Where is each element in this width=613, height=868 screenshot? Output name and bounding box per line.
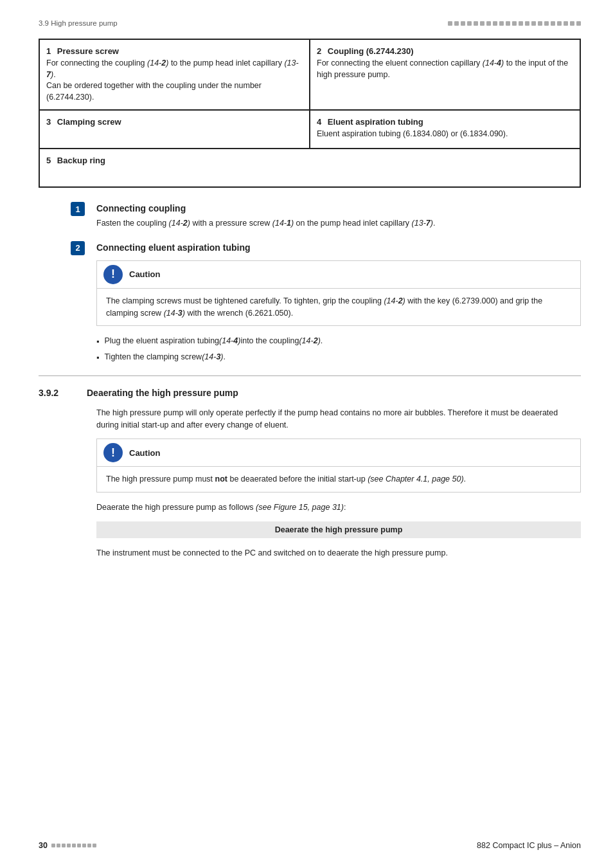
component-desc-1: For connecting the coupling (14-2) to th… [46, 58, 300, 103]
header-dot [544, 21, 549, 26]
subsection-392-title: Deaerating the high pressure pump [87, 388, 238, 398]
header-dot [474, 21, 478, 26]
header-dot [551, 21, 555, 26]
header-dot [525, 21, 529, 26]
header-dot [461, 21, 465, 26]
caution-body-2: The high pressure pump must not be deaer… [97, 467, 580, 492]
caution-title-1: Caution [129, 269, 160, 279]
component-cell-5: 5 Backup ring [39, 149, 580, 187]
component-title-3: Clamping screw [57, 117, 121, 127]
footer-dot [77, 844, 81, 847]
deaerate-body: The instrument must be connected to the … [96, 547, 581, 559]
footer-dot [93, 844, 96, 847]
header-dot [499, 21, 504, 26]
page-number: 30 [39, 841, 48, 850]
header-dot [570, 21, 574, 26]
footer-left: 30 [39, 841, 96, 850]
subsection-392-number: 3.9.2 [39, 388, 74, 398]
footer-dot [67, 844, 71, 847]
section-1-title: Connecting coupling [96, 202, 581, 213]
header-dot [467, 21, 472, 26]
section-1-body: Fasten the coupling (14-2) with a pressu… [96, 217, 581, 230]
caution-icon-2: ! [103, 443, 123, 462]
component-number-5: 5 [46, 156, 51, 165]
component-number-4: 4 [317, 117, 321, 127]
component-table: 1 Pressure screw For connecting the coup… [39, 39, 581, 188]
subsection-392-heading: 3.9.2 Deaerating the high pressure pump [39, 388, 581, 398]
header-dots [448, 21, 581, 26]
header-dot [538, 21, 542, 26]
footer-dot [57, 844, 60, 847]
page-footer: 30 882 Compact IC plus – Anion [39, 841, 581, 850]
component-title-4: Eluent aspiration tubing [328, 117, 423, 127]
header-dot [557, 21, 562, 26]
component-cell-1: 1 Pressure screw For connecting the coup… [39, 39, 310, 110]
caution-body-1: The clamping screws must be tightened ca… [97, 289, 580, 326]
header-dot [448, 21, 452, 26]
component-title-2: Coupling (6.2744.230) [328, 46, 414, 56]
header-dot [506, 21, 510, 26]
subsection-392-intro: The high pressure pump will only operate… [96, 407, 581, 431]
footer-dot [62, 844, 66, 847]
component-number-2: 2 [317, 46, 321, 56]
section-divider [39, 375, 581, 376]
header-dot [519, 21, 523, 26]
caution-header-1: ! Caution [97, 261, 580, 289]
component-title-5: Backup ring [57, 156, 105, 165]
section-1-badge: 1 [71, 202, 85, 216]
bullet-item: Plug the eluent aspiration tubing (14-4)… [96, 335, 581, 348]
component-title-1: Pressure screw [57, 46, 119, 56]
deaerate-intro: Deaerate the high pressure pump as follo… [96, 502, 581, 514]
component-number-3: 3 [46, 117, 51, 127]
footer-dot [82, 844, 86, 847]
component-cell-3: 3 Clamping screw [39, 110, 310, 149]
header-dot [480, 21, 484, 26]
subsection-392-content: The high pressure pump will only operate… [39, 407, 581, 559]
section-1-block: 1 Connecting coupling Fasten the couplin… [39, 202, 581, 230]
header-dot [454, 21, 459, 26]
footer-dot [51, 844, 55, 847]
header-dot [531, 21, 536, 26]
header-dot [564, 21, 568, 26]
section-2-block: 2 Connecting eluent aspiration tubing ! … [39, 241, 581, 364]
header-dot [486, 21, 491, 26]
section-label: 3.9 High pressure pump [39, 19, 118, 27]
page-header: 3.9 High pressure pump [39, 19, 581, 27]
section-2-title: Connecting eluent aspiration tubing [96, 241, 581, 253]
caution-icon-1: ! [103, 265, 123, 284]
bullet-item: Tighten the clamping screw (14-3). [96, 351, 581, 364]
component-cell-4: 4 Eluent aspiration tubing Eluent aspira… [310, 110, 580, 149]
header-dot [493, 21, 497, 26]
caution-header-2: ! Caution [97, 439, 580, 467]
caution-box-2: ! Caution The high pressure pump must no… [96, 439, 581, 493]
caution-title-2: Caution [129, 448, 160, 458]
header-dot [512, 21, 517, 26]
section-2-badge: 2 [71, 241, 85, 255]
component-desc-2: For connecting the eluent connection cap… [317, 58, 571, 80]
component-desc-4: Eluent aspiration tubing (6.1834.080) or… [317, 129, 571, 140]
caution-box-1: ! Caution The clamping screws must be ti… [96, 260, 581, 327]
footer-dot [87, 844, 91, 847]
component-number-1: 1 [46, 46, 51, 56]
deaerate-box: Deaerate the high pressure pump [96, 521, 581, 538]
footer-right-text: 882 Compact IC plus – Anion [477, 841, 581, 850]
page: 3.9 High pressure pump [0, 0, 613, 868]
section-2-bullets: Plug the eluent aspiration tubing (14-4)… [96, 335, 581, 364]
footer-dot [72, 844, 76, 847]
header-dot [576, 21, 581, 26]
footer-dots [51, 844, 96, 847]
component-cell-2: 2 Coupling (6.2744.230) For connecting t… [310, 39, 580, 110]
